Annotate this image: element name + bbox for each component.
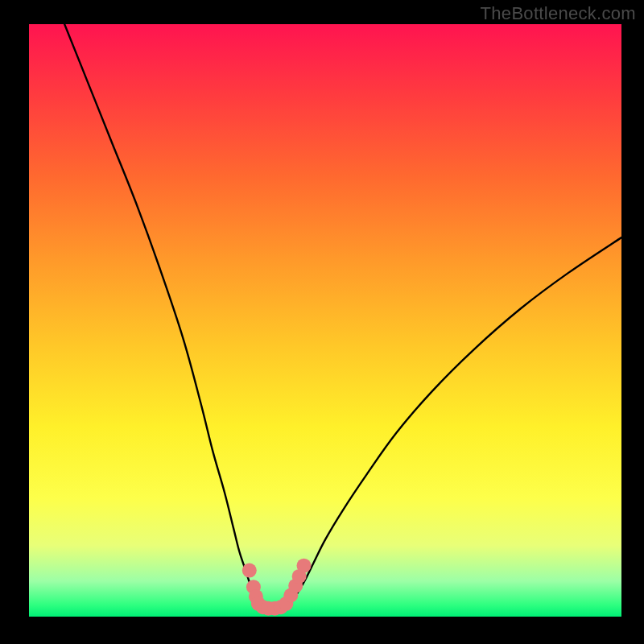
- marker-dot: [242, 564, 257, 578]
- watermark-text: TheBottleneck.com: [481, 3, 636, 24]
- plot-area: [29, 24, 621, 617]
- chart-stage: TheBottleneck.com: [0, 0, 644, 644]
- series-right-curve: [290, 237, 621, 605]
- marker-dot: [297, 559, 312, 573]
- series-left-curve: [64, 24, 258, 605]
- chart-svg: [29, 24, 621, 617]
